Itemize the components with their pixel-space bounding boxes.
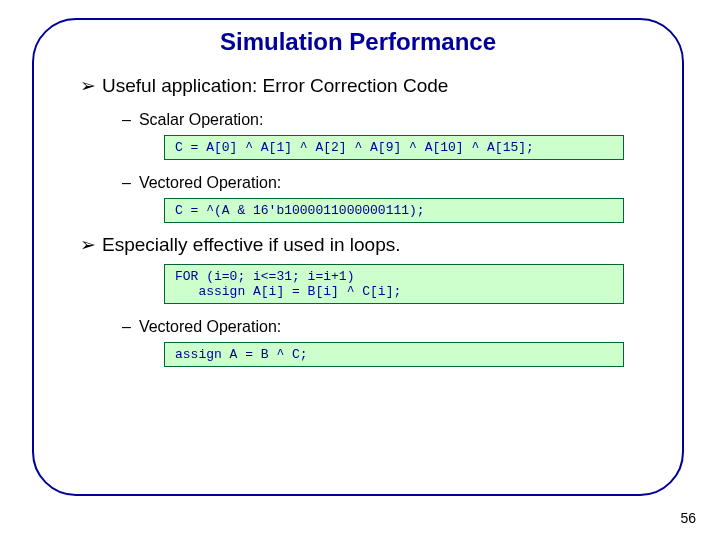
- page-number: 56: [680, 510, 696, 526]
- dash-icon: –: [122, 174, 131, 191]
- sub-bullet-text: Scalar Operation:: [139, 111, 264, 128]
- code-box-loop: FOR (i=0; i<=31; i=i+1) assign A[i] = B[…: [164, 264, 624, 304]
- arrow-icon: ➢: [80, 75, 96, 96]
- slide-frame: Simulation Performance ➢Useful applicati…: [32, 18, 684, 496]
- bullet-level2: –Vectored Operation:: [122, 174, 642, 192]
- sub-bullet-text: Vectored Operation:: [139, 174, 281, 191]
- bullet-level1: ➢Especially effective if used in loops.: [80, 233, 642, 256]
- bullet-level2: –Scalar Operation:: [122, 111, 642, 129]
- dash-icon: –: [122, 318, 131, 335]
- sub-bullet-text: Vectored Operation:: [139, 318, 281, 335]
- slide-title: Simulation Performance: [74, 28, 642, 56]
- code-box-vectored-2: assign A = B ^ C;: [164, 342, 624, 367]
- bullet-level1: ➢Useful application: Error Correction Co…: [80, 74, 642, 97]
- bullet-text: Useful application: Error Correction Cod…: [102, 75, 448, 96]
- bullet-level2: –Vectored Operation:: [122, 318, 642, 336]
- bullet-text: Especially effective if used in loops.: [102, 234, 401, 255]
- dash-icon: –: [122, 111, 131, 128]
- arrow-icon: ➢: [80, 234, 96, 255]
- code-box-vectored-1: C = ^(A & 16'b1000011000000111);: [164, 198, 624, 223]
- code-box-scalar: C = A[0] ^ A[1] ^ A[2] ^ A[9] ^ A[10] ^ …: [164, 135, 624, 160]
- slide: Simulation Performance ➢Useful applicati…: [0, 0, 720, 540]
